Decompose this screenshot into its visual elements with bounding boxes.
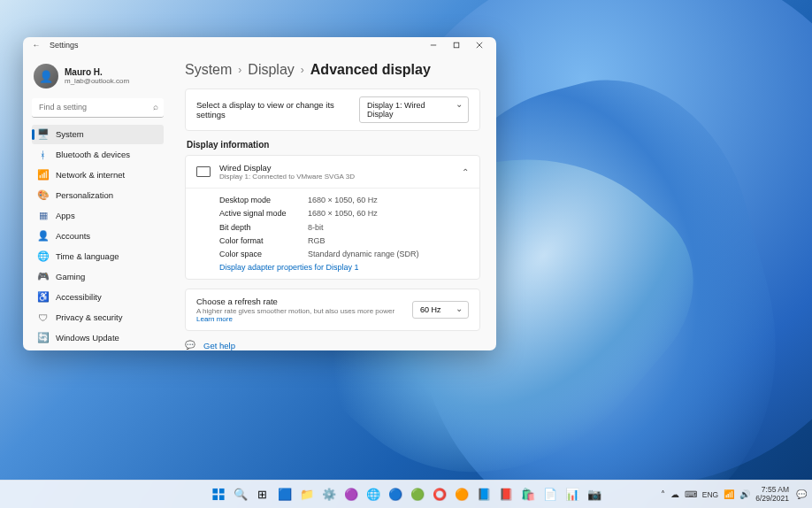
app-icon[interactable]: 🟣	[341, 485, 361, 504]
search-input[interactable]	[32, 98, 164, 118]
nav-label: Network & internet	[56, 170, 125, 180]
sidebar-item-apps[interactable]: ▦Apps	[32, 206, 164, 226]
app-icon[interactable]: 🟢	[408, 485, 427, 504]
property-row: Desktop mode1680 × 1050, 60 Hz	[219, 194, 469, 207]
display-name: Wired Display	[219, 163, 453, 173]
nav-label: Gaming	[56, 272, 85, 281]
sidebar-item-system[interactable]: 🖥️System	[32, 125, 164, 144]
camera-icon[interactable]: 📷	[585, 485, 604, 504]
explorer-icon[interactable]: 📁	[297, 485, 317, 504]
app-icon[interactable]: 📕	[496, 485, 516, 504]
svg-rect-1	[454, 42, 459, 48]
svg-rect-6	[212, 495, 218, 500]
sidebar-item-privacy-security[interactable]: 🛡Privacy & security	[32, 308, 164, 327]
crumb-current: Advanced display	[310, 62, 431, 78]
nav-icon: 🌐	[37, 250, 49, 262]
adapter-properties-link[interactable]: Display adapter properties for Display 1	[219, 261, 469, 272]
excel-icon[interactable]: 📊	[563, 485, 582, 504]
search-button[interactable]: 🔍	[231, 485, 250, 504]
nav-label: Personalization	[56, 190, 113, 200]
sidebar-item-bluetooth-devices[interactable]: ᚼBluetooth & devices	[32, 145, 164, 165]
nav-icon: 👤	[37, 230, 49, 242]
clock[interactable]: 7:55 AM 6/29/2021	[755, 486, 789, 503]
help-icon: 💬	[185, 340, 196, 350]
store-icon[interactable]: 🛍️	[518, 485, 538, 504]
sidebar-item-personalization[interactable]: 🎨Personalization	[32, 186, 164, 205]
nav-label: Time & language	[56, 251, 119, 261]
nav-icon: 🖥️	[37, 128, 49, 140]
wifi-icon[interactable]: 📶	[724, 489, 734, 499]
sidebar: 👤 Mauro H. m_lab@outlook.com ⌕ 🖥️Systemᚼ…	[23, 53, 169, 350]
keyboard-icon[interactable]: ⌨	[685, 489, 697, 499]
volume-icon[interactable]: 🔊	[739, 489, 750, 499]
profile[interactable]: 👤 Mauro H. m_lab@outlook.com	[34, 64, 164, 89]
app-icon[interactable]: 🟠	[452, 485, 471, 504]
crumb-system[interactable]: System	[185, 62, 232, 78]
nav-icon: 🎮	[37, 271, 49, 282]
breadcrumb: System › Display › Advanced display	[185, 62, 480, 78]
chrome-icon[interactable]: ⭕	[430, 485, 449, 504]
property-row: Active signal mode1680 × 1050, 60 Hz	[219, 207, 469, 220]
display-selector[interactable]: Display 1: Wired Display	[359, 96, 469, 123]
tray-chevron-icon[interactable]: ˄	[661, 489, 665, 499]
property-key: Desktop mode	[219, 194, 308, 207]
search-box[interactable]: ⌕	[32, 97, 164, 118]
property-row: Color spaceStandard dynamic range (SDR)	[219, 248, 469, 261]
refresh-rate-selector[interactable]: 60 Hz	[412, 301, 469, 319]
close-button[interactable]	[468, 37, 491, 53]
property-value: 1680 × 1050, 60 Hz	[308, 194, 378, 207]
app-icon[interactable]: 🔵	[386, 485, 405, 504]
display-info-heading: Display information	[187, 140, 480, 150]
chevron-up-icon[interactable]: ⌃	[462, 167, 469, 177]
refresh-rate-card: Choose a refresh rate A higher rate give…	[185, 289, 480, 331]
sidebar-item-gaming[interactable]: 🎮Gaming	[32, 267, 164, 287]
profile-name: Mauro H.	[65, 67, 129, 77]
back-button[interactable]: ←	[28, 41, 44, 50]
nav-label: Privacy & security	[56, 312, 123, 322]
display-header[interactable]: Wired Display Display 1: Connected to VM…	[186, 156, 479, 189]
titlebar: ← Settings	[23, 37, 496, 53]
task-view-button[interactable]: ⊞	[253, 485, 272, 504]
maximize-button[interactable]	[445, 37, 468, 53]
sidebar-item-accessibility[interactable]: ♿Accessibility	[32, 288, 164, 307]
language-indicator[interactable]: ENG	[702, 490, 718, 499]
settings-icon[interactable]: ⚙️	[319, 485, 339, 504]
svg-rect-5	[218, 489, 224, 494]
nav-icon: 🛡	[37, 312, 49, 323]
system-tray: ˄ ☁ ⌨ ENG 📶 🔊 7:55 AM 6/29/2021 💬	[661, 486, 807, 503]
get-help-link[interactable]: 💬 Get help	[185, 340, 480, 350]
nav-icon: ♿	[37, 291, 49, 303]
settings-window: ← Settings 👤 Mauro H. m_lab@outlook.com …	[23, 37, 496, 350]
sidebar-item-network-internet[interactable]: 📶Network & internet	[32, 165, 164, 185]
crumb-display[interactable]: Display	[248, 62, 294, 78]
word-icon[interactable]: 📄	[540, 485, 560, 504]
taskbar-center: 🔍 ⊞ 🟦 📁 ⚙️ 🟣 🌐 🔵 🟢 ⭕ 🟠 📘 📕 🛍️ 📄 📊 📷	[209, 485, 604, 504]
sidebar-item-time-language[interactable]: 🌐Time & language	[32, 247, 164, 266]
property-key: Color format	[219, 235, 308, 248]
sidebar-item-accounts[interactable]: 👤Accounts	[32, 227, 164, 246]
nav-label: Windows Update	[56, 333, 119, 343]
display-connection: Display 1: Connected to VMware SVGA 3D	[219, 173, 453, 181]
profile-email: m_lab@outlook.com	[65, 77, 129, 85]
edge-icon[interactable]: 🌐	[364, 485, 383, 504]
svg-rect-4	[212, 489, 218, 494]
widgets-button[interactable]: 🟦	[275, 485, 295, 504]
nav-icon: ▦	[37, 210, 49, 221]
notifications-icon[interactable]: 💬	[796, 489, 807, 499]
sidebar-item-windows-update[interactable]: 🔄Windows Update	[32, 328, 164, 348]
nav-label: System	[56, 129, 84, 139]
learn-more-link[interactable]: Learn more	[196, 315, 233, 323]
app-icon[interactable]: 📘	[474, 485, 494, 504]
refresh-rate-title: Choose a refresh rate	[196, 296, 402, 306]
monitor-icon	[196, 166, 211, 177]
minimize-button[interactable]	[422, 37, 445, 53]
onedrive-icon[interactable]: ☁	[670, 489, 679, 499]
property-value: RGB	[308, 235, 326, 248]
property-key: Bit depth	[219, 221, 308, 235]
start-button[interactable]	[209, 485, 228, 504]
svg-rect-7	[218, 495, 224, 500]
main-content: System › Display › Advanced display Sele…	[169, 53, 496, 350]
avatar: 👤	[34, 64, 58, 89]
nav-label: Accessibility	[56, 292, 102, 302]
date: 6/29/2021	[755, 495, 789, 503]
